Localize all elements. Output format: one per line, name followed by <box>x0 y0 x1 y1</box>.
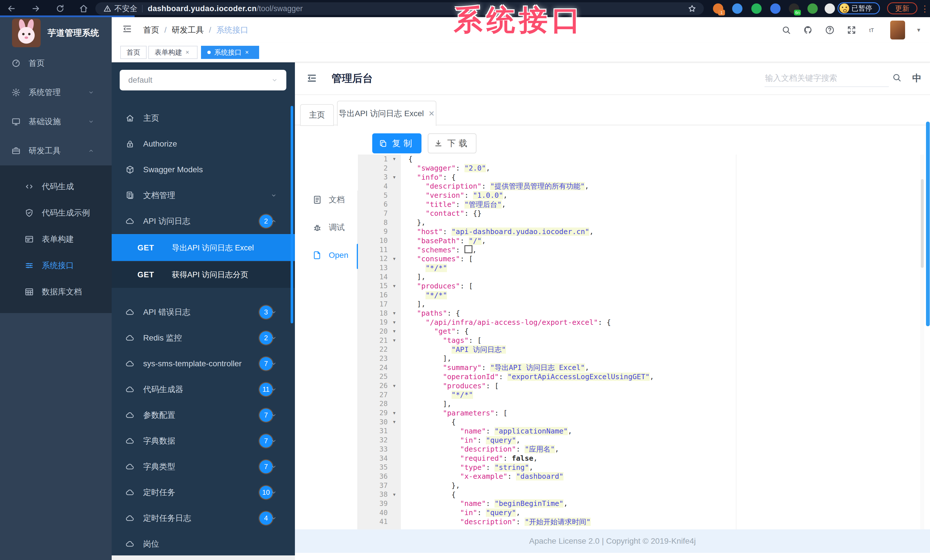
doc-search-input[interactable] <box>765 70 889 87</box>
doc-nav-调试[interactable]: 调试 <box>295 218 357 237</box>
api-group-select[interactable]: default <box>120 70 286 91</box>
search-icon[interactable] <box>892 73 902 83</box>
fold-widget-icon[interactable]: ▾ <box>388 419 401 425</box>
tag-系统接口[interactable]: 系统接口× <box>201 46 259 59</box>
fold-widget-icon[interactable]: ▾ <box>388 283 401 289</box>
swagger-menu-label: 主页 <box>143 113 159 124</box>
fold-widget-icon[interactable]: ▾ <box>388 338 401 344</box>
swagger-menu-Redis 监控[interactable]: Redis 监控2 <box>112 325 295 351</box>
code-icon <box>25 182 34 191</box>
browser-reload-icon[interactable] <box>52 0 69 17</box>
fold-widget-icon[interactable]: ▾ <box>388 492 401 498</box>
breadcrumb-item[interactable]: 研发工具 <box>172 25 204 35</box>
sidebar-item-2[interactable]: 基础设施 <box>0 107 112 136</box>
profile-paused-badge[interactable]: 已暂停 <box>838 2 880 14</box>
user-avatar[interactable] <box>890 21 905 40</box>
breadcrumb-item[interactable]: 首页 <box>143 25 159 35</box>
tag-close-icon[interactable]: × <box>186 49 189 56</box>
ext-leaf-icon[interactable] <box>807 3 818 14</box>
sidebar-item-3[interactable]: 研发工具 <box>0 136 112 166</box>
ext-dark-icon[interactable]: 6n <box>789 3 799 14</box>
api-item-导出API 访问日志 Excel[interactable]: GET导出API 访问日志 Excel <box>112 234 295 261</box>
doc-nav-文档[interactable]: 文档 <box>295 190 357 209</box>
swagger-menu-参数配置[interactable]: 参数配置7 <box>112 402 295 428</box>
copy-button[interactable]: 复制 <box>372 133 422 153</box>
copy-icon <box>379 139 387 148</box>
sidebar-item-1[interactable]: 系统管理 <box>0 78 112 107</box>
active-tag-dot <box>207 51 211 54</box>
tag-首页[interactable]: 首页 <box>120 46 146 59</box>
help-icon[interactable] <box>825 25 835 35</box>
swagger-menu-字典数据[interactable]: 字典数据7 <box>112 428 295 454</box>
swagger-menu-定时任务日志[interactable]: 定时任务日志4 <box>112 505 295 531</box>
language-toggle[interactable]: 中 <box>912 72 921 85</box>
header-search-icon[interactable] <box>781 25 791 35</box>
bookmark-star-icon[interactable] <box>686 0 698 17</box>
user-menu-caret-icon[interactable]: ▾ <box>917 26 920 34</box>
swagger-menu-sys-sms-template-controller[interactable]: sys-sms-template-controller7 <box>112 351 295 377</box>
fold-widget-icon[interactable]: ▾ <box>388 328 401 334</box>
fold-widget-icon[interactable]: ▾ <box>388 383 401 389</box>
swagger-menu-Authorize[interactable]: Authorize <box>112 131 295 157</box>
ext-blue-icon[interactable] <box>732 3 742 14</box>
browser-back-icon[interactable] <box>3 0 20 17</box>
sidebar-item-label: 研发工具 <box>29 145 61 156</box>
sidebar-subitem-4[interactable]: 数据库文档 <box>0 279 112 305</box>
ext-orange-icon[interactable]: 1 <box>713 3 723 14</box>
swagger-menu-label: API 访问日志 <box>143 216 190 227</box>
sidebar-subitem-2[interactable]: 表单构建 <box>0 226 112 252</box>
swagger-menu-API 错误日志[interactable]: API 错误日志3 <box>112 299 295 325</box>
logo-row[interactable]: 芋道管理系统 <box>0 17 112 49</box>
editor-scrollbar[interactable] <box>920 155 924 529</box>
sidebar-item-0[interactable]: 首页 <box>0 49 112 78</box>
ext-grid-icon[interactable] <box>770 3 781 14</box>
fold-widget-icon[interactable]: ▾ <box>388 256 401 262</box>
chevron-down-icon <box>271 464 277 469</box>
swagger-menu-岗位[interactable]: 岗位 <box>112 531 295 557</box>
sidebar-subitem-3[interactable]: 系统接口 <box>0 252 112 279</box>
ext-green-icon[interactable] <box>751 3 762 14</box>
sidebar-subitem-1[interactable]: 代码生成示例 <box>0 200 112 226</box>
breadcrumb-item[interactable]: 系统接口 <box>217 25 248 35</box>
doc-collapse-icon[interactable] <box>306 73 317 84</box>
api-item-获得API 访问日志分页[interactable]: GET获得API 访问日志分页 <box>112 261 295 288</box>
doc-tab-导出API 访问日志 Excel[interactable]: 导出API 访问日志 Excel✕ <box>337 101 436 126</box>
doc-tab-主页[interactable]: 主页 <box>300 104 334 126</box>
swagger-menu-文档管理[interactable]: 文档管理 <box>112 183 295 208</box>
browser-home-icon[interactable] <box>75 0 92 17</box>
tag-表单构建[interactable]: 表单构建× <box>148 46 197 59</box>
address-bar[interactable]: 不安全 dashboard.yudao.iocoder.cn/tool/swag… <box>95 2 704 15</box>
fold-widget-icon[interactable]: ▾ <box>388 156 401 162</box>
download-button[interactable]: 下载 <box>428 133 476 153</box>
fold-widget-icon[interactable]: ▾ <box>388 410 401 416</box>
font-size-icon[interactable]: tT <box>868 25 878 35</box>
fullscreen-icon[interactable] <box>847 25 856 35</box>
chevron-up-icon <box>271 218 277 224</box>
browser-update-button[interactable]: 更新 <box>887 2 918 14</box>
sidebar-collapse-icon[interactable] <box>122 24 132 34</box>
swagger-menu-主页[interactable]: 主页 <box>112 105 295 131</box>
doc-nav-Open[interactable]: Open <box>295 246 357 264</box>
editor-scrollbar-thumb[interactable] <box>921 179 924 268</box>
browser-menu-icon[interactable]: ⋮ <box>920 0 930 17</box>
line-number: 28 <box>358 400 388 408</box>
tag-close-icon[interactable]: × <box>245 49 249 56</box>
swagger-editor[interactable]: 复制 下载 1▾{2 "swagger": "2.0",3▾ "info": {… <box>358 131 924 529</box>
github-icon[interactable] <box>803 25 813 35</box>
fold-widget-icon[interactable]: ▾ <box>388 319 401 325</box>
browser-forward-icon[interactable] <box>27 0 45 17</box>
line-number: 5 <box>358 192 388 199</box>
ext-white-icon[interactable] <box>825 3 835 14</box>
tab-close-icon[interactable]: ✕ <box>428 109 435 118</box>
swagger-menu-代码生成器[interactable]: 代码生成器11 <box>112 377 295 402</box>
fold-widget-icon[interactable]: ▾ <box>388 310 401 316</box>
sidebar-subitem-0[interactable]: 代码生成 <box>0 173 112 200</box>
page-scrollbar-thumb[interactable] <box>926 121 930 326</box>
fold-widget-icon[interactable]: ▾ <box>388 174 401 180</box>
swagger-menu-API 访问日志[interactable]: API 访问日志2 <box>112 208 295 234</box>
sidebar-hscrollbar[interactable] <box>112 555 295 560</box>
sidebar-scrollbar-thumb[interactable] <box>291 106 293 323</box>
swagger-menu-Swagger Models[interactable]: Swagger Models <box>112 157 295 183</box>
swagger-menu-字典类型[interactable]: 字典类型7 <box>112 454 295 480</box>
swagger-menu-定时任务[interactable]: 定时任务10 <box>112 480 295 505</box>
